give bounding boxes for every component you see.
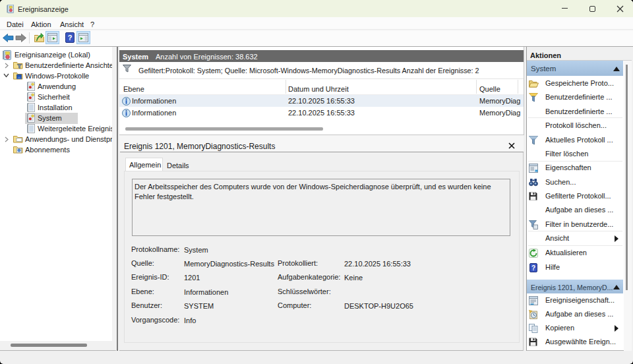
svg-text:?: ? [531,264,535,272]
svg-text:?: ? [68,34,73,42]
